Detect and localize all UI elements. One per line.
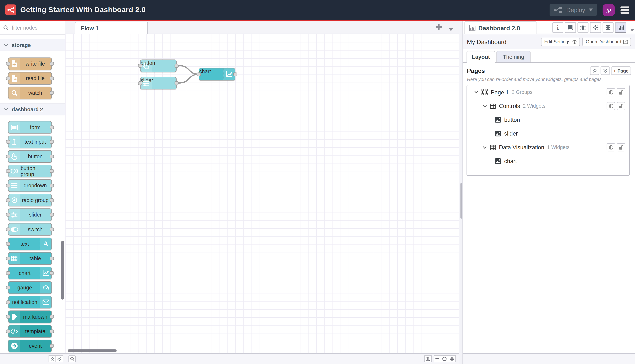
minimap-button[interactable] [424,355,432,362]
palette-node-radio-group[interactable]: radio group [8,194,52,206]
flow-node-slider[interactable]: slider [140,77,177,90]
splitter-grip[interactable] [460,183,462,218]
output-port[interactable] [50,344,54,348]
sidebar-tab-debug[interactable] [577,22,588,33]
output-port[interactable] [175,81,179,85]
tree-row-widget-chart[interactable]: chart [467,154,629,168]
user-avatar[interactable]: jp [603,4,615,16]
palette-node-table[interactable]: table [8,252,52,265]
palette-node-gauge[interactable]: gauge [8,281,52,294]
canvas-horizontal-scrollbar[interactable] [68,349,117,352]
tree-row-widget-slider[interactable]: slider [467,127,629,140]
palette-node-form[interactable]: form [8,121,52,134]
palette-node-button-group[interactable]: button group [8,165,52,177]
lock-toggle-button[interactable] [617,88,625,96]
flow-node-chart[interactable]: chart [199,68,235,80]
tab-dashboard-2[interactable]: Dashboard 2.0 [464,22,537,34]
palette-node-text-input[interactable]: text input [8,136,52,148]
palette-category-dashboard2[interactable]: dashboard 2 [0,103,65,115]
output-port[interactable] [50,169,54,173]
tree-row-group-data-visualization[interactable]: Data Visualization 1 Widgets [467,140,629,154]
lock-toggle-button[interactable] [617,102,625,110]
sidebar-tab-dashboard[interactable] [615,22,626,33]
palette-node-watch[interactable]: watch [8,87,52,99]
add-page-button[interactable]: + Page [611,66,631,75]
input-port[interactable] [197,72,201,76]
tree-row-widget-button[interactable]: button [467,113,629,127]
palette-node-text[interactable]: A text [8,238,52,250]
output-port[interactable] [50,62,54,66]
add-flow-button[interactable] [436,24,442,32]
tree-row-group-controls[interactable]: Controls 2 Widgets [467,99,629,113]
palette-node-dropdown[interactable]: dropdown [8,179,52,192]
move-up-button[interactable] [590,66,599,75]
edit-settings-button[interactable]: Edit Settings [541,38,580,46]
palette-search[interactable] [0,21,65,35]
output-port[interactable] [50,213,54,216]
zoom-reset-button[interactable] [441,355,448,362]
search-icon [70,357,74,361]
sidebar-tab-help[interactable] [565,22,576,33]
input-port[interactable] [6,242,10,246]
sidebar-menu-caret-icon[interactable] [630,26,634,33]
input-port[interactable] [6,286,10,289]
visibility-toggle-button[interactable] [607,88,615,96]
lock-toggle-button[interactable] [617,143,625,151]
input-port[interactable] [6,271,10,275]
flow-node-button[interactable]: button [140,60,177,72]
output-port[interactable] [50,315,54,318]
deploy-caret-icon[interactable] [589,8,593,11]
input-port[interactable] [6,300,10,304]
output-port[interactable] [50,140,54,144]
chevron-down-icon[interactable] [483,105,487,108]
output-port[interactable] [50,227,54,231]
tab-layout[interactable]: Layout [466,51,495,63]
flow-tab[interactable]: Flow 1 [75,22,148,34]
palette-node-button[interactable]: button [8,150,52,163]
palette-node-notification[interactable]: notification [8,296,52,308]
expand-all-categories-button[interactable] [56,355,63,362]
palette-node-event[interactable]: event [8,340,52,352]
palette-node-read-file[interactable]: read file [8,72,52,84]
output-port[interactable] [50,125,54,129]
palette-scrollbar[interactable] [61,241,64,300]
sidebar-tab-config[interactable] [590,22,601,33]
palette-node-markdown[interactable]: markdown [8,310,52,323]
output-port[interactable] [50,154,54,158]
palette-node-write-file[interactable]: write file [8,58,52,70]
visibility-toggle-button[interactable] [607,143,615,151]
output-port[interactable] [50,256,54,260]
flow-list-caret-icon[interactable] [449,26,453,33]
output-port[interactable] [50,184,54,187]
palette-node-template[interactable]: template [8,325,52,338]
main-menu-button[interactable] [620,6,629,14]
open-dashboard-button[interactable]: Open Dashboard [582,38,631,46]
zoom-out-button[interactable] [434,355,441,362]
output-port[interactable] [175,64,179,68]
palette-node-chart[interactable]: chart [8,267,52,279]
deploy-button[interactable]: Deploy [550,4,597,16]
collapse-all-categories-button[interactable] [49,355,56,362]
visibility-toggle-button[interactable] [607,102,615,110]
canvas-search-button[interactable] [68,355,76,362]
output-port[interactable] [50,76,54,80]
panel-splitter[interactable] [459,21,463,364]
output-port[interactable] [233,72,237,76]
output-port[interactable] [50,329,54,333]
sidebar-tab-info[interactable]: i [552,22,563,33]
output-port[interactable] [50,91,54,94]
output-port[interactable] [50,198,54,202]
tab-theming[interactable]: Theming [496,51,530,63]
flow-canvas[interactable]: button slider chart [65,34,459,353]
sidebar-tab-context[interactable] [603,22,614,33]
palette-category-storage[interactable]: storage [0,39,65,51]
tree-row-page-1[interactable]: Page 1 2 Groups [467,86,629,99]
chevron-down-icon[interactable] [483,146,487,149]
move-down-button[interactable] [600,66,610,75]
filter-nodes-input[interactable] [11,24,56,31]
palette-node-switch[interactable]: switch [8,223,52,236]
chevron-down-icon[interactable] [474,91,478,94]
output-port[interactable] [50,271,54,275]
zoom-in-button[interactable] [448,355,456,362]
palette-node-slider[interactable]: slider [8,208,52,221]
